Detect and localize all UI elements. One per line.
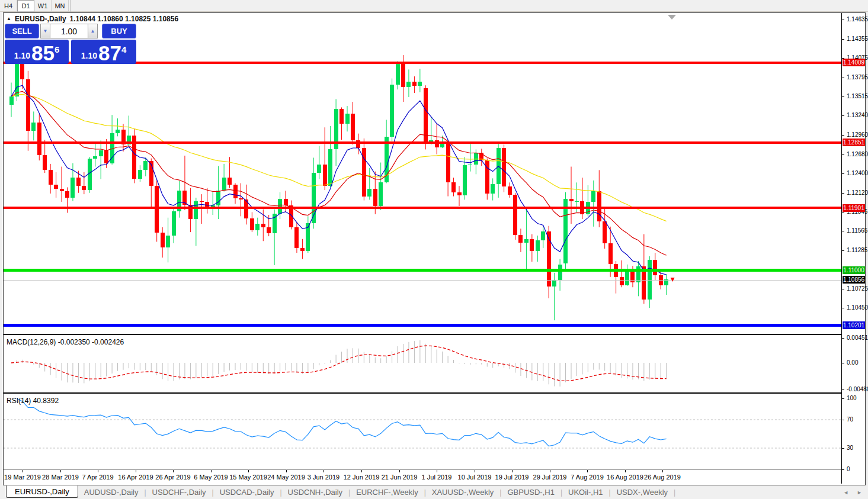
timeframe-button-d1[interactable]: D1 xyxy=(17,0,34,12)
time-axis-tick xyxy=(550,470,550,472)
price-level-badge: 1.12851 xyxy=(843,139,865,146)
time-axis-tick xyxy=(475,470,475,472)
spinner-down-icon: ▼ xyxy=(43,28,48,34)
axis-tick xyxy=(842,20,844,20)
chart-tab-eurusd[interactable]: EURUSD-,Daily xyxy=(6,485,78,498)
sell-price-big: 85 xyxy=(31,43,55,63)
axis-tick xyxy=(842,289,844,289)
price-level-badge: 1.10201 xyxy=(843,321,865,329)
price-tick-label: 1.14635 xyxy=(847,16,868,22)
time-axis-label: 3 Jun 2019 xyxy=(308,474,339,481)
time-axis-label: 24 May 2019 xyxy=(267,474,305,481)
time-axis-label: 19 Jul 2019 xyxy=(495,474,529,481)
axis-tick xyxy=(842,420,844,420)
sell-price-prefix: 1.10 xyxy=(14,51,30,60)
axis-tick xyxy=(842,448,844,449)
rsi-tick-label: 0 xyxy=(847,466,850,472)
time-axis-label: 19 Mar 2019 xyxy=(4,474,41,481)
axis-tick xyxy=(842,363,844,363)
time-axis-tick xyxy=(662,470,663,472)
axis-tick xyxy=(842,173,844,174)
axis-tick xyxy=(842,96,844,97)
time-axis-label: 7 Aug 2019 xyxy=(571,474,604,481)
timeframe-button-group: H4D1W1MN xyxy=(0,0,69,11)
price-tick-label: 1.12120 xyxy=(847,189,868,196)
time-axis-tick xyxy=(211,470,212,472)
collapse-triangle-icon[interactable]: ▲ xyxy=(7,16,11,21)
macd-pane[interactable]: MACD(12,26,9) -0.002350 -0.002426 xyxy=(4,336,841,394)
volume-decrease-button[interactable]: ▼ xyxy=(40,24,50,38)
tabs-scroll-left-icon[interactable]: ◄ xyxy=(843,490,848,495)
chart-title: ▲ EURUSD-,Daily 1.10844 1.10860 1.10825 … xyxy=(7,15,178,23)
time-axis-label: 7 Apr 2019 xyxy=(82,474,113,481)
price-tick-label: 1.12960 xyxy=(847,131,868,138)
rsi-pane[interactable]: RSI(14) 40.8392 xyxy=(4,395,841,469)
chart-tab-usdx[interactable]: USDX-,Weekly xyxy=(611,486,674,498)
price-tick-label: 1.13515 xyxy=(847,93,868,99)
toolbar-divider xyxy=(69,0,71,12)
time-axis-tick xyxy=(324,470,324,472)
macd-chart xyxy=(4,336,841,394)
macd-tick-label: 0.00 xyxy=(847,359,858,366)
price-tick-label: 1.13240 xyxy=(847,112,868,118)
volume-increase-button[interactable]: ▲ xyxy=(88,24,98,38)
chart-ohlc-values: 1.10844 1.10860 1.10825 1.10856 xyxy=(70,15,179,23)
one-click-trade-panel: SELL ▼ ▲ BUY 1.10 85 6 1.10 87 4 xyxy=(5,24,136,64)
price-tick-label: 1.12400 xyxy=(847,170,868,176)
chart-tab-ukoil[interactable]: UKOil-,H1 xyxy=(562,486,609,498)
chart-tab-usdcad[interactable]: USDCAD-,Daily xyxy=(214,486,280,498)
axis-tick xyxy=(842,154,844,155)
main-chart-pane[interactable]: ▲ EURUSD-,Daily 1.10844 1.10860 1.10825 … xyxy=(4,13,841,335)
tab-scroll-arrows: ◄ ► xyxy=(843,490,862,495)
rsi-tick-label: 70 xyxy=(847,416,853,423)
time-axis-tick xyxy=(136,470,136,472)
axis-tick xyxy=(842,308,844,308)
timeframe-button-mn[interactable]: MN xyxy=(52,0,69,12)
time-axis-label: 15 May 2019 xyxy=(229,474,267,481)
time-axis-label: 26 Aug 2019 xyxy=(644,474,681,481)
chart-tab-usdcnh[interactable]: USDCNH-,Daily xyxy=(282,486,348,498)
time-axis-tick xyxy=(248,470,249,472)
axis-tick xyxy=(842,338,844,339)
tabs-scroll-right-icon[interactable]: ► xyxy=(857,490,862,495)
sell-price-button[interactable]: 1.10 85 6 xyxy=(5,40,69,64)
time-axis-label: 16 Aug 2019 xyxy=(607,474,643,481)
time-axis-label: 1 Jul 2019 xyxy=(422,474,452,481)
tab-separator: | xyxy=(674,488,675,497)
timeframe-button-w1[interactable]: W1 xyxy=(34,0,52,12)
axis-tick xyxy=(842,389,844,390)
axis-tick xyxy=(842,78,844,78)
sell-button[interactable]: SELL xyxy=(5,24,39,38)
rsi-tick-label: 100 xyxy=(847,395,857,401)
volume-input[interactable] xyxy=(50,24,88,38)
time-axis-tick xyxy=(587,470,588,472)
axis-tick xyxy=(842,231,844,231)
timeframe-button-h4[interactable]: H4 xyxy=(0,0,17,12)
time-axis-tick xyxy=(23,470,23,472)
price-tick-label: 1.12680 xyxy=(847,151,868,157)
time-axis-label: 29 Jul 2019 xyxy=(533,474,567,481)
chart-tab-bar: EURUSD-,DailyAUDUSD-,Daily|USDCHF-,Daily… xyxy=(0,485,868,499)
buy-price-button[interactable]: 1.10 87 4 xyxy=(71,40,136,64)
price-level-badge: 1.10856 xyxy=(843,276,865,284)
axis-tick xyxy=(842,398,844,399)
mt4-terminal: { "toolbar": { "timeframes": [ {"label":… xyxy=(0,0,868,499)
buy-price-prefix: 1.10 xyxy=(81,51,97,60)
price-tick-label: 1.10450 xyxy=(847,304,868,311)
time-axis-label: 12 Jun 2019 xyxy=(344,474,380,481)
macd-tick-label: 0.004517 xyxy=(847,334,868,341)
time-axis-tick xyxy=(399,470,400,472)
chart-tab-gbpusd[interactable]: GBPUSD-,H1 xyxy=(501,486,560,498)
chart-tab-eurchf[interactable]: EURCHF-,Weekly xyxy=(350,486,424,498)
time-axis-label: 21 Jun 2019 xyxy=(382,474,418,481)
price-axis: 1.146351.143551.140751.137951.135151.132… xyxy=(841,13,865,484)
chart-tab-xauusd[interactable]: XAUUSD-,Weekly xyxy=(426,486,500,498)
time-axis-tick xyxy=(60,470,61,472)
time-axis-label: 6 May 2019 xyxy=(194,474,228,481)
chart-tab-audusd[interactable]: AUDUSD-,Daily xyxy=(78,486,145,498)
chart-tab-usdchf[interactable]: USDCHF-,Daily xyxy=(146,486,212,498)
time-axis-label: 26 Apr 2019 xyxy=(155,474,190,481)
buy-button[interactable]: BUY xyxy=(102,24,136,38)
macd-label: MACD(12,26,9) -0.002350 -0.002426 xyxy=(7,338,124,346)
axis-tick xyxy=(842,193,844,194)
